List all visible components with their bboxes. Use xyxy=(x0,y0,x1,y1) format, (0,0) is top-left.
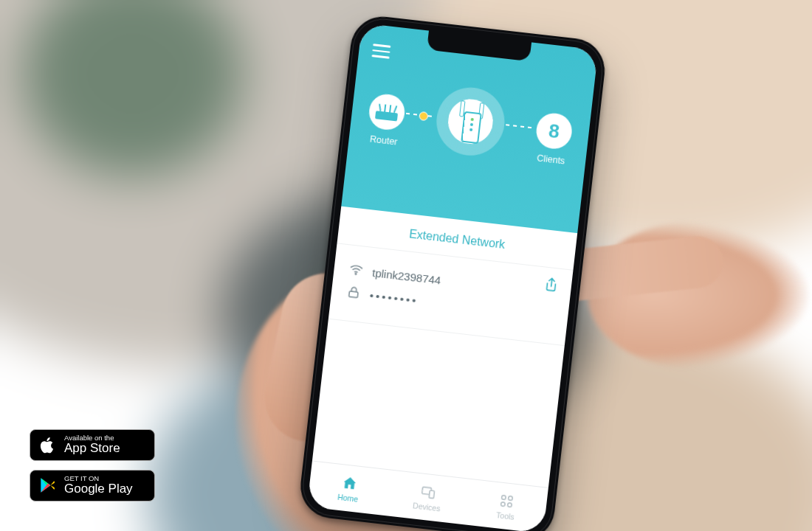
ssid-value: tplink2398744 xyxy=(371,266,441,286)
store-badges: Available on the App Store GET IT ON Goo… xyxy=(30,429,155,502)
tab-tools[interactable]: Tools xyxy=(464,479,548,531)
app-store-pretext: Available on the xyxy=(64,434,120,442)
svg-point-7 xyxy=(508,502,512,507)
wifi-icon xyxy=(348,261,364,280)
lock-icon xyxy=(345,284,362,302)
svg-point-6 xyxy=(501,502,506,506)
clients-label: Clients xyxy=(536,153,565,166)
clients-count: 8 xyxy=(548,119,561,142)
router-label: Router xyxy=(369,134,398,148)
menu-button[interactable] xyxy=(371,44,390,59)
router-icon xyxy=(375,103,399,121)
extender-node[interactable] xyxy=(431,84,508,176)
tools-icon xyxy=(498,492,516,510)
link-extender-clients xyxy=(506,124,535,129)
apple-icon xyxy=(38,435,57,454)
svg-point-4 xyxy=(502,495,506,499)
share-button[interactable] xyxy=(540,276,559,296)
app-store-badge[interactable]: Available on the App Store xyxy=(30,429,155,461)
svg-point-5 xyxy=(509,496,513,500)
svg-point-0 xyxy=(355,273,357,274)
devices-icon xyxy=(419,483,437,501)
svg-rect-3 xyxy=(429,490,435,498)
google-play-badge[interactable]: GET IT ON Google Play xyxy=(30,470,155,502)
router-node[interactable]: Router xyxy=(365,92,407,148)
google-play-name: Google Play xyxy=(64,482,133,496)
password-value: •••••••• xyxy=(369,289,419,307)
app-store-name: App Store xyxy=(64,441,120,456)
home-icon xyxy=(340,474,358,492)
google-play-icon xyxy=(38,476,57,495)
tab-devices[interactable]: Devices xyxy=(385,471,469,525)
tab-home[interactable]: Home xyxy=(307,461,391,516)
app-screen: Router 8 Clients xyxy=(307,23,599,531)
google-play-pretext: GET IT ON xyxy=(64,475,133,482)
share-icon xyxy=(541,276,559,294)
tab-tools-label: Tools xyxy=(496,510,515,521)
clients-node[interactable]: 8 Clients xyxy=(533,111,574,167)
tab-devices-label: Devices xyxy=(413,501,441,513)
extender-icon xyxy=(453,100,487,143)
link-router-extender xyxy=(406,113,436,118)
network-topology: Router 8 Clients xyxy=(347,74,593,185)
tab-home-label: Home xyxy=(337,492,359,503)
extender-label xyxy=(464,161,467,171)
